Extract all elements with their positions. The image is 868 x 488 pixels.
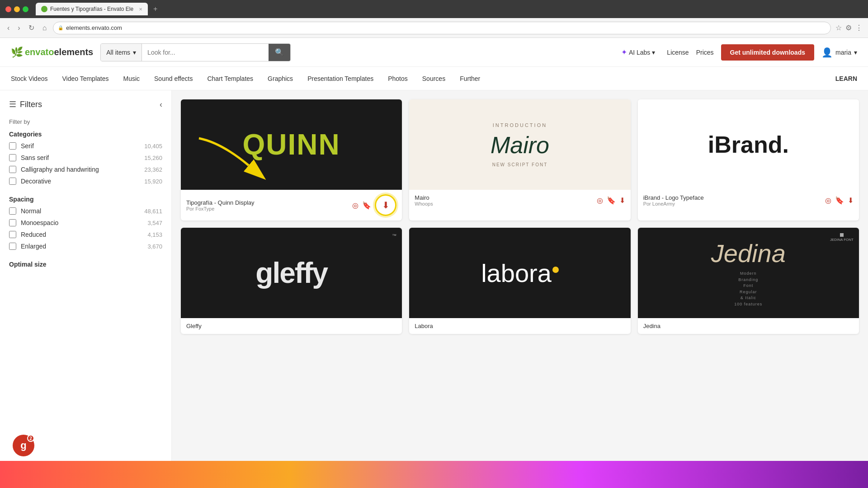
category-dropdown[interactable]: All items ▾	[101, 44, 142, 61]
card-jedina[interactable]: JEDINA FONT Jedina ModernBrandingFontReg…	[638, 228, 859, 334]
calligraphy-count: 23,362	[144, 166, 162, 173]
ibrand-display-text: iBrand.	[708, 131, 789, 158]
mairo-preview-button[interactable]: ◎	[597, 196, 603, 205]
navbar: 🌿 envatoelements All items ▾ 🔍 ✦ AI Labs…	[0, 38, 868, 67]
serif-label: Serif	[21, 142, 140, 150]
calligraphy-checkbox[interactable]	[9, 166, 16, 173]
card-ibrand-author: Por LoneArmy	[643, 201, 704, 206]
prices-link[interactable]: Prices	[696, 49, 714, 56]
forward-button[interactable]: ›	[16, 22, 22, 34]
tab-close-button[interactable]: ✕	[139, 7, 142, 12]
more-icon[interactable]: ⋮	[855, 23, 863, 32]
monoespacio-label: Monoespacio	[21, 219, 143, 226]
sidebar-collapse-button[interactable]: ‹	[160, 100, 162, 109]
sans-serif-checkbox[interactable]	[9, 154, 16, 161]
nav-further[interactable]: Further	[460, 73, 480, 84]
spacing-enlarged: Enlarged 3,670	[9, 243, 162, 250]
reduced-checkbox[interactable]	[9, 231, 16, 238]
traffic-light-fullscreen[interactable]	[23, 6, 28, 12]
monoespacio-checkbox[interactable]	[9, 219, 16, 226]
notification-widget[interactable]: g 2	[13, 435, 34, 456]
card-mairo-title: Mairo	[415, 194, 433, 201]
tab-favicon	[41, 6, 47, 12]
optimal-size-label: Optimal size	[9, 261, 162, 268]
nav-video-templates[interactable]: Video Templates	[62, 73, 108, 84]
user-menu[interactable]: 👤 maria ▾	[821, 47, 857, 58]
card-gleffy[interactable]: gleffy ™ Gleffy	[181, 228, 402, 334]
card-labora-title: Labora	[415, 323, 433, 329]
search-input[interactable]	[142, 44, 269, 61]
quinn-display-text: QUiNN	[243, 128, 340, 161]
mairo-download-button[interactable]: ⬇	[619, 196, 625, 205]
card-quinn-info: Tipografía - Quinn Display Por FoxType	[186, 199, 255, 211]
nav-graphics[interactable]: Graphics	[268, 73, 293, 84]
gleffy-tm: ™	[392, 233, 396, 238]
search-button[interactable]: 🔍	[269, 44, 290, 61]
new-tab-button[interactable]: +	[153, 5, 157, 13]
card-mairo[interactable]: INTRODUCTION Mairo NEW SCRIPT FONT Mairo…	[409, 99, 630, 221]
back-button[interactable]: ‹	[5, 22, 11, 34]
learn-link[interactable]: LEARN	[835, 75, 857, 82]
logo[interactable]: 🌿 envatoelements	[11, 47, 93, 58]
card-labora-footer: Labora	[409, 318, 630, 334]
nav-presentation-templates[interactable]: Presentation Templates	[307, 73, 373, 84]
card-quinn[interactable]: QUiNN	[181, 99, 402, 221]
ibrand-download-button[interactable]: ⬇	[848, 196, 854, 205]
card-labora[interactable]: labora Labora	[409, 228, 630, 334]
normal-checkbox[interactable]	[9, 207, 16, 215]
spacing-reduced: Reduced 4,153	[9, 231, 162, 238]
url-bar[interactable]: 🔒 elements.envato.com	[53, 22, 831, 34]
nav-stock-videos[interactable]: Stock Videos	[11, 73, 47, 84]
traffic-lights	[5, 6, 28, 12]
download-button-highlighted[interactable]: ⬇	[375, 194, 396, 216]
decorative-label: Decorative	[21, 178, 140, 185]
license-link[interactable]: License	[667, 49, 689, 56]
address-bar: ‹ › ↻ ⌂ 🔒 elements.envato.com ☆ ⚙ ⋮	[0, 18, 868, 38]
bookmark-icon[interactable]: ☆	[835, 23, 842, 32]
nav-sources[interactable]: Sources	[422, 73, 445, 84]
nav-photos[interactable]: Photos	[388, 73, 408, 84]
content-area: QUiNN	[172, 90, 868, 488]
category-decorative: Decorative 15,920	[9, 178, 162, 185]
jedina-sub: ModernBrandingFontRegular& Italic100 fea…	[734, 271, 762, 307]
traffic-light-close[interactable]	[5, 6, 11, 12]
normal-label: Normal	[21, 207, 140, 215]
bookmark-button[interactable]: 🔖	[362, 201, 371, 210]
mairo-bookmark-button[interactable]: 🔖	[607, 196, 616, 205]
home-button[interactable]: ⌂	[41, 22, 49, 34]
card-gleffy-image: gleffy ™	[181, 228, 402, 318]
browser-tab[interactable]: Fuentes y Tipografías - Envato Ele ✕	[36, 3, 148, 15]
mairo-display-content: INTRODUCTION Mairo NEW SCRIPT FONT	[491, 122, 549, 167]
enlarged-checkbox[interactable]	[9, 243, 16, 250]
nav-sound-effects[interactable]: Sound effects	[154, 73, 193, 84]
ai-labs-button[interactable]: ✦ AI Labs ▾	[617, 45, 660, 59]
reload-button[interactable]: ↻	[27, 22, 36, 34]
card-ibrand-footer: iBrand - Logo Typeface Por LoneArmy ◎ 🔖 …	[638, 190, 859, 211]
card-ibrand-title: iBrand - Logo Typeface	[643, 194, 704, 201]
card-mairo-author: Whoops	[415, 201, 433, 206]
nav-chart-templates[interactable]: Chart Templates	[207, 73, 253, 84]
settings-icon[interactable]: ⚙	[845, 23, 852, 32]
spacing-monoespacio: Monoespacio 3,547	[9, 219, 162, 226]
card-quinn-author: Por FoxType	[186, 206, 255, 211]
tab-title: Fuentes y Tipografías - Envato Ele	[50, 6, 133, 12]
notification-count: 2	[27, 435, 34, 442]
preview-button[interactable]: ◎	[352, 201, 359, 210]
nav-music[interactable]: Music	[123, 73, 140, 84]
categories-label: Categories	[9, 131, 162, 138]
category-dropdown-label: All items	[106, 49, 130, 56]
ibrand-preview-button[interactable]: ◎	[825, 196, 831, 205]
card-jedina-title: Jedina	[643, 323, 660, 329]
monoespacio-count: 3,547	[147, 220, 162, 226]
card-ibrand[interactable]: iBrand. iBrand - Logo Typeface Por LoneA…	[638, 99, 859, 221]
sans-serif-label: Sans serif	[21, 154, 140, 161]
decorative-checkbox[interactable]	[9, 178, 16, 185]
category-sans-serif: Sans serif 15,260	[9, 154, 162, 161]
spacing-section: Spacing Normal 48,611 Monoespacio 3,547 …	[9, 196, 162, 250]
labora-dot	[552, 267, 559, 273]
serif-checkbox[interactable]	[9, 142, 16, 150]
ibrand-bookmark-button[interactable]: 🔖	[835, 196, 844, 205]
get-unlimited-downloads-button[interactable]: Get unlimited downloads	[721, 44, 814, 61]
user-name: maria	[835, 49, 851, 56]
traffic-light-minimize[interactable]	[14, 6, 20, 12]
